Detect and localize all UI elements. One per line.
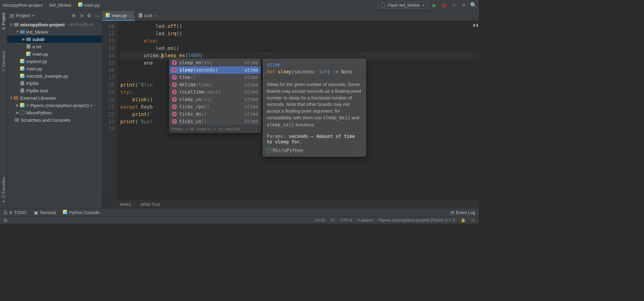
function-kind-icon: f bbox=[172, 112, 177, 117]
completion-item[interactable]: fsleep(seconds)utime bbox=[170, 66, 261, 74]
completion-item[interactable]: fmktime(time)utime bbox=[170, 81, 261, 88]
breadcrumb[interactable]: micropython-project 〉 led_blinker 〉 main… bbox=[2, 2, 100, 8]
completion-item[interactable]: fsleep_ms(ms)utime bbox=[170, 59, 261, 66]
bottom-tool-6-todo[interactable]: ☲6: TODO bbox=[4, 210, 27, 215]
expand-collapse-icon[interactable]: ⇲ bbox=[79, 13, 83, 18]
tree-item[interactable]: ▼led_blinker bbox=[7, 28, 102, 35]
status-indent[interactable]: 4 spaces bbox=[357, 218, 373, 222]
status-encoding[interactable]: UTF-8 bbox=[341, 218, 352, 222]
tree-item[interactable]: a.txt bbox=[7, 43, 102, 50]
breadcrumbs-bar[interactable]: blink() 〉 while True bbox=[102, 200, 479, 208]
close-tab-icon[interactable]: × bbox=[129, 13, 131, 18]
completion-item[interactable]: fticks_ms()utime bbox=[170, 110, 261, 118]
completion-item[interactable]: flocaltime(secs)utime bbox=[170, 88, 261, 96]
project-panel: ▤ Project ▾ ⊕ ⇲ ⚙ — ▼ micropython-projec… bbox=[7, 10, 102, 208]
scratches-node[interactable]: Scratches and Consoles bbox=[7, 116, 102, 124]
tree-item[interactable]: esptest.py bbox=[7, 58, 102, 65]
editor-body[interactable]: 101112131415161718192021222324 led.off()… bbox=[102, 21, 479, 200]
tree-item[interactable]: main.py bbox=[7, 50, 102, 58]
status-interpreter[interactable]: Pipenv (micropython-project) [Python 3.7… bbox=[379, 218, 455, 222]
py-icon bbox=[106, 13, 110, 18]
tool-favorites-tab[interactable]: ★ 2: Favorites bbox=[1, 177, 6, 204]
doc-signature: utime def sleep(seconds: int) -> None bbox=[263, 59, 366, 78]
tree-item[interactable]: main.py bbox=[7, 65, 102, 72]
completion-footer: Press ↵ to insert, → to replace ⋮ bbox=[170, 125, 261, 132]
micropython-icon bbox=[20, 110, 25, 115]
tool-project-tab[interactable]: 1: Project bbox=[1, 13, 6, 30]
code-text[interactable]: led.off() led.irq() else: led.on() utime… bbox=[117, 21, 479, 200]
search-everywhere-button[interactable]: 🔍 bbox=[471, 2, 476, 8]
project-tree[interactable]: ▼ micropython-project ~/src/intellij-mi … bbox=[7, 21, 102, 208]
completion-item[interactable]: ftime()utime bbox=[170, 74, 261, 81]
completion-more-icon[interactable]: ⋮ bbox=[254, 127, 258, 131]
py-icon bbox=[20, 59, 25, 63]
doc-params: Params: seconds – Amount of time to slee… bbox=[263, 131, 366, 146]
left-toolwindow-stripe: 1: Project 7: Structure ★ 2: Favorites bbox=[0, 10, 7, 208]
run-button[interactable]: ▶ bbox=[432, 2, 437, 8]
pipenv-node[interactable]: ▶ < Pipenv (micropython-project) > / bbox=[7, 102, 102, 109]
tree-root[interactable]: ▼ micropython-project ~/src/intellij-mi bbox=[7, 21, 102, 28]
project-panel-header: ▤ Project ▾ ⊕ ⇲ ⚙ — bbox=[7, 10, 102, 21]
crumb-item[interactable]: blink() bbox=[120, 202, 131, 207]
doc-more-icon[interactable]: ⋮ bbox=[357, 148, 362, 153]
settings-gear-icon[interactable]: ⚙ bbox=[87, 13, 91, 18]
tool-structure-tab[interactable]: 7: Structure bbox=[1, 51, 6, 72]
toolwindows-toggle-icon[interactable]: ▥ bbox=[4, 218, 7, 222]
debug-button[interactable]: 🐞 bbox=[441, 2, 447, 8]
libraries-icon bbox=[13, 96, 19, 100]
navbar: micropython-project 〉 led_blinker 〉 main… bbox=[0, 0, 479, 10]
hide-panel-icon[interactable]: — bbox=[95, 13, 99, 18]
micropython-lib-node[interactable]: ▶ MicroPython bbox=[7, 109, 102, 116]
micropython-icon bbox=[267, 148, 271, 153]
external-libraries[interactable]: ▼ External Libraries bbox=[7, 94, 102, 102]
locate-icon[interactable]: ⊕ bbox=[72, 13, 76, 18]
crumb-1[interactable]: led_blinker bbox=[49, 2, 72, 8]
status-time[interactable]: 14:15 bbox=[315, 218, 325, 222]
completion-item[interactable]: fticks_us()utime bbox=[170, 118, 261, 125]
txt-icon bbox=[139, 13, 142, 18]
documentation-popup[interactable]: utime def sleep(seconds: int) -> None Sl… bbox=[263, 59, 366, 157]
stop-button[interactable]: ■ bbox=[461, 2, 467, 8]
folder-icon bbox=[26, 38, 31, 41]
py-icon bbox=[20, 66, 25, 71]
code-line[interactable]: utime.sleep_ms(1000) bbox=[120, 52, 479, 59]
tree-item[interactable]: Pipfile.lock bbox=[7, 87, 102, 94]
tree-item[interactable]: microbit_example.py bbox=[7, 72, 102, 80]
crumb-2[interactable]: main.py bbox=[84, 2, 100, 8]
code-line[interactable]: led.irq() bbox=[120, 30, 479, 37]
function-kind-icon: f bbox=[172, 90, 177, 95]
rerun-button[interactable]: ⟳ bbox=[451, 2, 457, 8]
bottom-tool-terminal[interactable]: ▣Terminal bbox=[34, 210, 56, 215]
close-tab-icon[interactable]: × bbox=[154, 13, 156, 18]
project-view-selector[interactable]: ▤ Project ▾ bbox=[10, 13, 35, 18]
status-inspection-icon[interactable]: ☺ bbox=[471, 218, 475, 222]
run-config-selector[interactable]: Flash led_blinker ▾ bbox=[378, 2, 428, 9]
crumb-0[interactable]: micropython-project bbox=[2, 2, 43, 8]
pause-analysis-icon[interactable]: ▮▮ bbox=[473, 22, 478, 28]
editor-right-gutter: ▮▮ bbox=[473, 21, 479, 28]
status-line-ending[interactable]: LF bbox=[331, 218, 335, 222]
code-line[interactable]: led.off() bbox=[120, 23, 479, 30]
tree-item[interactable]: Pipfile bbox=[7, 80, 102, 87]
txt-icon bbox=[26, 44, 31, 49]
completion-popup[interactable]: fsleep_ms(ms)utimefsleep(seconds)utimeft… bbox=[169, 59, 261, 133]
code-line[interactable]: led.on() bbox=[120, 45, 479, 52]
py-icon bbox=[26, 52, 31, 56]
tree-item[interactable]: ▶subdir bbox=[7, 35, 102, 43]
completion-item[interactable]: fsleep_us(us)utime bbox=[170, 96, 261, 103]
editor-tab[interactable]: a.txt× bbox=[135, 11, 160, 20]
editor-tab[interactable]: main.py× bbox=[102, 11, 135, 20]
function-kind-icon: f bbox=[172, 97, 177, 102]
function-kind-icon: f bbox=[172, 119, 177, 124]
code-line[interactable]: else: bbox=[120, 37, 479, 45]
txt-icon bbox=[20, 81, 25, 85]
bottom-toolwindow-bar: ☲6: TODO▣TerminalPython Console ◔ Event … bbox=[0, 208, 479, 216]
event-log-button[interactable]: ◔ Event Log bbox=[450, 210, 475, 215]
bottom-tool-python-console[interactable]: Python Console bbox=[63, 210, 99, 215]
completion-item[interactable]: fticks_cpu()utime bbox=[170, 103, 261, 110]
function-kind-icon: f bbox=[172, 82, 177, 87]
crumb-item[interactable]: while True bbox=[141, 202, 160, 207]
event-log-icon: ◔ bbox=[450, 210, 454, 215]
status-lock-icon[interactable]: 🔒 bbox=[461, 218, 466, 222]
crumb-sep: 〉 bbox=[73, 2, 77, 8]
